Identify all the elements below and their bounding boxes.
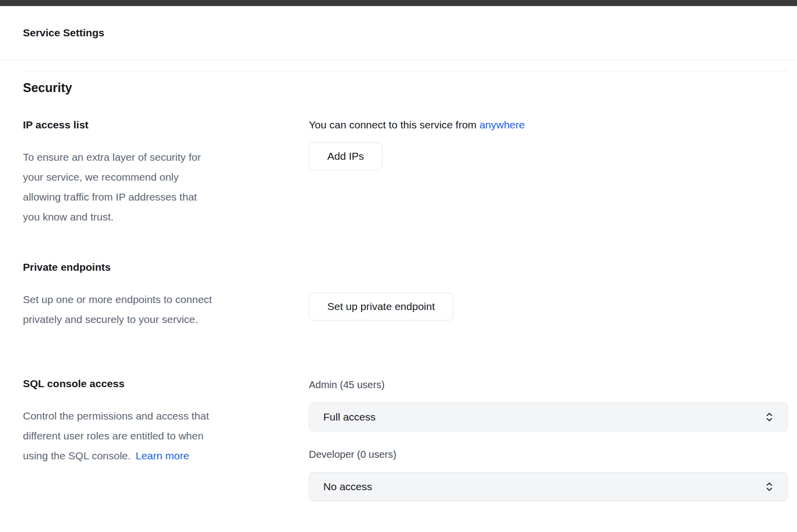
settings-content: Security IP access list To ensure an ext… — [23, 71, 788, 501]
ip-access-status-text: You can connect to this service from — [309, 119, 479, 130]
ip-access-list-heading: IP access list — [23, 118, 309, 131]
private-endpoints-description: Set up one or more endpoints to connect … — [23, 290, 282, 329]
developer-role-label: Developer (0 users) — [309, 448, 788, 461]
page-title: Service Settings — [23, 26, 774, 39]
private-endpoints-heading: Private endpoints — [23, 261, 309, 273]
private-endpoints-section: Private endpoints Set up one or more end… — [23, 261, 788, 329]
sql-console-access-controls: Admin (45 users) Full access Developer (… — [309, 377, 788, 501]
developer-access-select[interactable]: No access — [309, 472, 788, 501]
sql-console-access-section: SQL console access Control the permissio… — [23, 377, 788, 501]
admin-role-label: Admin (45 users) — [309, 379, 788, 391]
setup-private-endpoint-button[interactable]: Set up private endpoint — [309, 293, 453, 320]
ip-access-list-controls: You can connect to this service from any… — [309, 118, 788, 170]
sql-console-access-heading: SQL console access — [23, 377, 309, 390]
learn-more-link[interactable]: Learn more — [135, 450, 189, 461]
ip-access-list-section: IP access list To ensure an extra layer … — [23, 118, 788, 227]
chevron-up-down-icon — [765, 411, 774, 423]
ip-access-list-description: To ensure an extra layer of security for… — [23, 147, 282, 227]
top-dark-bar — [0, 0, 797, 6]
sql-console-access-description: Control the permissions and access that … — [23, 406, 282, 466]
anywhere-link[interactable]: anywhere — [479, 119, 525, 130]
developer-access-selected-value: No access — [323, 481, 372, 493]
admin-access-select[interactable]: Full access — [309, 403, 788, 431]
security-section-title: Security — [23, 81, 788, 95]
admin-access-selected-value: Full access — [323, 411, 376, 423]
chevron-up-down-icon — [765, 481, 774, 493]
private-endpoints-info: Private endpoints Set up one or more end… — [23, 261, 309, 329]
sql-console-access-info: SQL console access Control the permissio… — [23, 377, 309, 466]
ip-access-list-info: IP access list To ensure an extra layer … — [23, 118, 309, 227]
private-endpoints-controls: Set up private endpoint — [309, 261, 788, 320]
page-header: Service Settings — [0, 6, 797, 60]
ip-access-status-line: You can connect to this service from any… — [309, 118, 788, 131]
add-ips-button[interactable]: Add IPs — [309, 142, 383, 170]
